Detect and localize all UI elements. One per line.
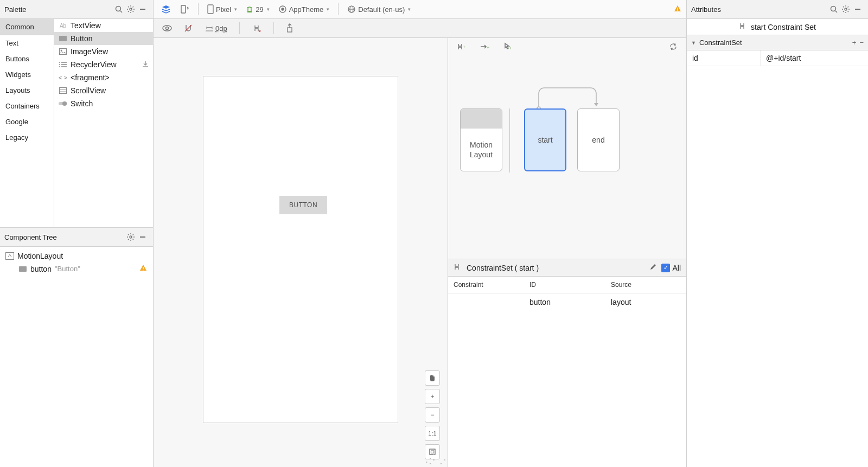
zoom-fit-button[interactable] (425, 444, 440, 459)
design-canvas[interactable]: BUTTON + − 1:1 ⋰⋰⋰ (154, 38, 448, 467)
svg-text:+: + (487, 45, 489, 50)
svg-point-2 (130, 8, 132, 10)
fragment-icon: < > (59, 73, 67, 82)
minimize-icon[interactable] (852, 3, 864, 15)
palette-cat-google[interactable]: Google (0, 114, 54, 130)
view-options-button[interactable] (159, 21, 175, 35)
motion-layout-label: Motion Layout (461, 129, 502, 171)
magnet-button[interactable] (181, 21, 196, 35)
svg-point-30 (282, 8, 284, 10)
palette-header: Palette (0, 0, 153, 19)
canvas-button-widget[interactable]: BUTTON (279, 196, 327, 214)
svg-point-48 (845, 8, 847, 10)
default-margin-button[interactable]: 0dp (201, 21, 231, 35)
motion-graph[interactable]: Motion Layout start end (448, 55, 686, 259)
locale-picker[interactable]: Default (en-us) ▾ (344, 2, 414, 16)
svg-rect-25 (208, 5, 213, 14)
warning-icon[interactable] (673, 4, 682, 15)
svg-point-46 (831, 7, 836, 11)
tree-root[interactable]: MotionLayout (2, 250, 151, 262)
palette-cat-containers[interactable]: Containers (0, 98, 54, 114)
warning-icon[interactable] (139, 264, 148, 274)
constraintset-detail-header: ConstraintSet ( start ) ✓ All (448, 259, 686, 277)
palette-cat-text[interactable]: Text (0, 35, 54, 51)
palette-item-recyclerview[interactable]: RecyclerView (54, 58, 153, 71)
component-tree-title: Component Tree (4, 233, 125, 241)
chevron-down-icon: ▾ (234, 7, 237, 12)
svg-rect-41 (431, 451, 434, 453)
cell-id: button (524, 293, 605, 311)
svg-rect-23 (143, 270, 143, 270)
palette-item-switch[interactable]: Switch (54, 97, 153, 110)
device-label: Pixel (216, 5, 231, 14)
constraint-table-header: Constraint ID Source (448, 277, 686, 293)
attr-value[interactable]: @+id/start (760, 50, 868, 66)
minimize-icon[interactable] (137, 231, 149, 243)
pan-tool[interactable] (425, 370, 440, 386)
palette-item-imageview[interactable]: ImageView (54, 45, 153, 58)
divider (509, 108, 510, 172)
palette-item-scrollview[interactable]: ScrollView (54, 84, 153, 97)
palette-item-label: Switch (71, 99, 93, 108)
gear-icon[interactable] (125, 3, 137, 15)
switch-icon (59, 99, 67, 108)
palette-item-fragment[interactable]: < > <fragment> (54, 71, 153, 84)
palette-item-textview[interactable]: Ab TextView (54, 19, 153, 32)
create-constraintset-button[interactable]: + (454, 40, 470, 54)
zoom-in-button[interactable]: + (425, 389, 440, 404)
design-surface-button[interactable] (158, 2, 174, 16)
palette-categories: Common Text Buttons Widgets Layouts Cont… (0, 19, 54, 227)
svg-rect-3 (140, 9, 145, 10)
add-icon[interactable]: + (852, 39, 857, 47)
create-click-button[interactable]: + (499, 40, 515, 54)
palette-item-button[interactable]: Button (54, 32, 153, 45)
svg-text:+: + (509, 46, 512, 51)
constraintset-section-header[interactable]: ▼ ConstraintSet + − (687, 35, 868, 50)
end-constraintset-box[interactable]: end (577, 108, 620, 171)
button-icon (59, 34, 67, 43)
edit-icon[interactable] (649, 263, 657, 272)
theme-picker[interactable]: AppTheme ▾ (275, 2, 333, 16)
tree-root-label: MotionLayout (17, 252, 63, 260)
tree-child[interactable]: button "Button" (2, 262, 151, 276)
zoom-out-button[interactable]: − (425, 407, 440, 423)
svg-rect-20 (6, 253, 14, 260)
remove-icon[interactable]: − (859, 39, 864, 47)
palette-item-label: <fragment> (71, 73, 110, 82)
search-icon[interactable] (113, 3, 125, 15)
tree-child-text: "Button" (55, 265, 80, 273)
create-transition-button[interactable]: + (476, 40, 493, 54)
zoom-ratio-button[interactable]: 1:1 (425, 426, 440, 441)
palette-cat-buttons[interactable]: Buttons (0, 51, 54, 67)
search-icon[interactable] (828, 3, 840, 15)
svg-text:+: + (463, 44, 465, 50)
constraintset-icon (454, 263, 462, 272)
gear-icon[interactable] (125, 231, 137, 243)
palette-cat-layouts[interactable]: Layouts (0, 82, 54, 98)
orientation-button[interactable] (176, 2, 193, 16)
attribute-row[interactable]: id @+id/start (687, 50, 868, 66)
infer-constraints-button[interactable] (283, 21, 297, 35)
palette-item-label: Button (71, 34, 92, 43)
start-constraintset-box[interactable]: start (524, 108, 566, 171)
device-picker[interactable]: Pixel ▾ (204, 2, 240, 16)
svg-line-1 (120, 11, 122, 12)
api-picker[interactable]: 29 ▾ (242, 2, 272, 16)
col-id: ID (524, 277, 605, 293)
palette-cat-common[interactable]: Common (0, 19, 54, 35)
gear-icon[interactable] (840, 3, 852, 15)
motion-layout-box[interactable]: Motion Layout (460, 108, 502, 171)
svg-rect-4 (59, 36, 67, 41)
constraint-table-row[interactable]: button layout (448, 293, 686, 311)
all-checkbox[interactable]: ✓ (661, 264, 670, 272)
palette-cat-widgets[interactable]: Widgets (0, 67, 54, 82)
chevron-down-icon: ▾ (267, 7, 270, 12)
minimize-icon[interactable] (137, 3, 149, 15)
svg-rect-19 (140, 236, 145, 238)
palette-cat-legacy[interactable]: Legacy (0, 130, 54, 145)
download-icon[interactable] (142, 60, 149, 69)
all-label: All (672, 264, 681, 272)
clear-constraints-button[interactable] (248, 21, 265, 35)
section-label: ConstraintSet (699, 39, 742, 47)
cycle-layout-button[interactable] (666, 40, 681, 54)
